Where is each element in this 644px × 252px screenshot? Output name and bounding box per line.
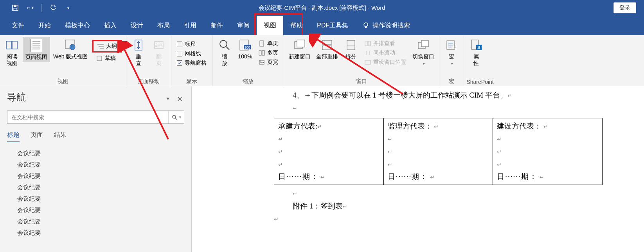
close-icon[interactable]: ✕	[177, 95, 183, 103]
table-cell[interactable]: 承建方代表:↵ ↵↵↵ 日······期： ↵	[274, 118, 384, 185]
svg-rect-6	[12, 41, 17, 49]
zoom-100-button[interactable]: 100 100%	[235, 37, 255, 62]
tab-references[interactable]: 引用	[177, 16, 203, 35]
read-mode-button[interactable]: 阅读 视图	[2, 37, 22, 68]
tab-pdf[interactable]: PDF工具集	[310, 16, 355, 35]
group-show: 标尺 网格线 导航窗格 显示	[171, 35, 212, 86]
checkbox-icon	[177, 51, 182, 56]
vertical-icon	[132, 38, 145, 52]
group-sharepoint: S属 性 SharePoint	[464, 35, 496, 86]
group-views: 阅读 视图 页面视图 Web 版式视图 大纲 草稿 视图	[0, 35, 126, 86]
outline-button[interactable]: 大纲	[92, 40, 122, 53]
group-sharepoint-label: SharePoint	[466, 78, 493, 85]
draft-icon	[96, 56, 103, 61]
nav-heading-item[interactable]: 会议纪要	[7, 227, 184, 239]
multi-page-label: 多页	[267, 49, 278, 56]
group-window: 新建窗口 全部重排 拆分 并排查看 同步滚动 重设窗口位置 切换窗口▾ 窗口	[284, 35, 439, 86]
arrange-all-label: 全部重排	[316, 53, 338, 60]
flip-button[interactable]: 翻 页	[149, 37, 169, 68]
split-button[interactable]: 拆分	[341, 37, 361, 62]
multi-page-button[interactable]: 多页	[257, 49, 280, 57]
svg-rect-12	[97, 56, 102, 61]
nav-search-button[interactable]: ▾	[168, 111, 184, 123]
login-button[interactable]: 登录	[613, 2, 636, 13]
tab-view[interactable]: 视图	[257, 16, 283, 35]
navigation-pane-checkbox[interactable]: 导航窗格	[175, 59, 208, 67]
nav-heading-item[interactable]: 会议纪要	[7, 216, 184, 227]
web-layout-button[interactable]: Web 版式视图	[51, 37, 90, 62]
nav-headings-list: 会议纪要 会议纪要 会议纪要 会议纪要 会议纪要 会议纪要 会议纪要 会议纪要	[7, 148, 184, 239]
nav-dropdown-icon[interactable]: ▾	[167, 96, 169, 102]
ruler-checkbox[interactable]: 标尺	[175, 40, 208, 49]
nav-tab-results[interactable]: 结果	[54, 131, 67, 142]
new-window-icon	[293, 38, 306, 52]
tab-home[interactable]: 开始	[31, 16, 58, 35]
nav-tab-headings[interactable]: 标题	[7, 131, 20, 142]
reset-window-button[interactable]: 重设窗口位置	[363, 58, 408, 67]
sync-scroll-button[interactable]: 同步滚动	[363, 49, 408, 57]
gridlines-checkbox[interactable]: 网格线	[175, 49, 208, 58]
svg-rect-20	[260, 41, 264, 46]
nav-search-input[interactable]	[7, 114, 168, 120]
gridlines-label: 网格线	[185, 50, 201, 57]
redo-icon[interactable]	[50, 4, 57, 11]
new-window-label: 新建窗口	[289, 53, 311, 60]
signature-table: 承建方代表:↵ ↵↵↵ 日······期： ↵ 监理方代表： ↵ ↵↵↵ 日··…	[274, 118, 603, 185]
tab-layout[interactable]: 布局	[150, 16, 177, 35]
zoom-button[interactable]: 缩 放	[215, 37, 234, 68]
draft-button[interactable]: 草稿	[92, 53, 122, 63]
print-layout-button[interactable]: 页面视图	[23, 37, 50, 62]
outline-label: 大纲	[106, 43, 117, 50]
print-layout-icon	[30, 39, 43, 52]
nav-heading-item[interactable]: 会议纪要	[7, 193, 184, 205]
nav-tab-pages[interactable]: 页面	[31, 131, 43, 142]
svg-rect-26	[322, 40, 332, 44]
print-layout-label: 页面视图	[25, 54, 47, 60]
nav-heading-item[interactable]: 会议纪要	[7, 148, 184, 159]
table-cell[interactable]: 监理方代表： ↵ ↵↵↵ 日······期： ↵	[383, 118, 493, 185]
qat-customize-dropdown[interactable]: ▾	[65, 4, 72, 11]
quick-access-toolbar: ▾ ▾	[0, 4, 72, 12]
group-views-label: 视图	[2, 77, 124, 85]
tab-insert[interactable]: 插入	[97, 16, 124, 35]
new-window-button[interactable]: 新建窗口	[286, 37, 313, 62]
arrange-all-button[interactable]: 全部重排	[314, 37, 340, 62]
tab-file[interactable]: 文件	[5, 16, 31, 35]
properties-icon: S	[470, 38, 483, 52]
side-by-side-button[interactable]: 并排查看	[363, 39, 408, 48]
date-label: 日······期：	[497, 172, 538, 181]
svg-rect-2	[14, 8, 17, 10]
undo-icon[interactable]: ▾	[27, 4, 34, 11]
switch-windows-label: 切换窗口▾	[412, 53, 434, 67]
svg-point-8	[70, 44, 75, 50]
tab-design[interactable]: 设计	[124, 16, 150, 35]
search-icon	[172, 114, 177, 120]
cell-label: 监理方代表：	[388, 122, 432, 130]
one-page-button[interactable]: 单页	[257, 39, 280, 48]
tab-mailings[interactable]: 邮件	[203, 16, 230, 35]
properties-button[interactable]: S属 性	[466, 37, 486, 68]
document-area[interactable]: 4、→下周例会要可以在 1 号楼一楼大屏的工作站演示 CIM 平台。↵ ↵ 承建…	[192, 86, 644, 252]
nav-heading-item[interactable]: 会议纪要	[7, 205, 184, 216]
table-cell[interactable]: 建设方代表： ↵ ↵↵↵ 日······期： ↵	[493, 118, 603, 185]
macros-button[interactable]: 宏▾	[442, 37, 461, 68]
nav-heading-item[interactable]: 会议纪要	[7, 159, 184, 170]
vertical-button[interactable]: 垂 直	[129, 37, 148, 68]
switch-windows-button[interactable]: 切换窗口▾	[410, 37, 437, 68]
tell-me-search[interactable]: 操作说明搜索	[355, 16, 417, 35]
save-icon[interactable]	[12, 4, 19, 11]
page-width-button[interactable]: 页宽	[257, 58, 280, 67]
vertical-label: 垂 直	[136, 53, 141, 67]
zoom-100-label: 100%	[238, 53, 252, 60]
macros-label: 宏▾	[449, 53, 454, 67]
flip-icon	[152, 38, 165, 52]
cell-label: 承建方代表:	[278, 122, 317, 130]
nav-heading-item[interactable]: 会议纪要	[7, 182, 184, 193]
tab-help[interactable]: 帮助	[283, 16, 310, 35]
nav-heading-item[interactable]: 会议纪要	[7, 170, 184, 182]
group-show-label: 显示	[174, 77, 210, 85]
tab-review[interactable]: 审阅	[230, 16, 257, 35]
svg-rect-32	[365, 60, 371, 64]
tab-templates[interactable]: 模板中心	[58, 16, 97, 35]
svg-text:S: S	[478, 45, 480, 50]
